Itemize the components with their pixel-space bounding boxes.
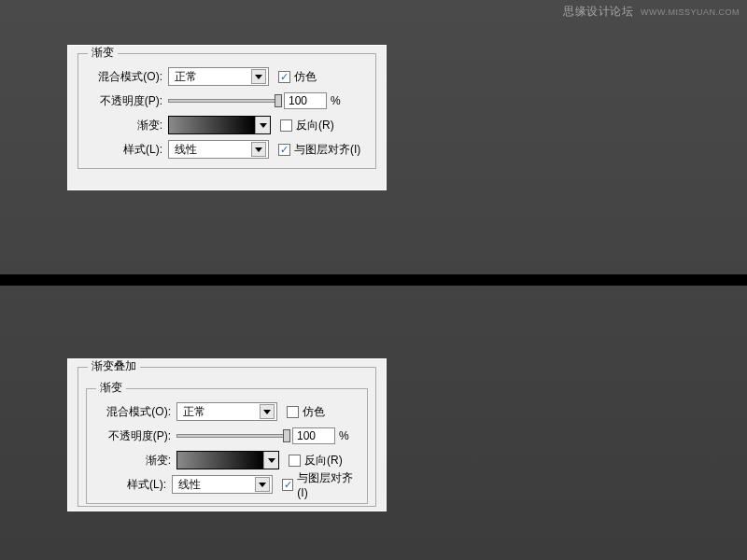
svg-marker-2: [255, 147, 262, 152]
chevron-down-icon: [255, 117, 270, 133]
label-blend-mode: 混合模式(O):: [86, 69, 168, 85]
opacity-input[interactable]: 100: [292, 427, 335, 444]
reverse-checkbox[interactable]: 反向(R): [280, 118, 334, 133]
svg-marker-1: [260, 123, 267, 128]
svg-marker-4: [268, 458, 275, 463]
opacity-unit: %: [331, 94, 341, 107]
blend-mode-dropdown[interactable]: 正常: [176, 402, 277, 421]
row-blend-mode: 混合模式(O): 正常 仿色: [94, 400, 359, 423]
style-dropdown[interactable]: 线性: [168, 140, 269, 159]
slider-track-bar: [168, 99, 278, 103]
svg-marker-0: [255, 75, 262, 79]
gradient-panel-top: 渐变 混合模式(O): 正常 仿色 不透明度(P): 100 % 渐变:: [67, 45, 387, 190]
group-gradient: 渐变 混合模式(O): 正常 仿色 不透明度(P): 100 % 渐变:: [78, 53, 376, 169]
align-label: 与图层对齐(I): [297, 470, 359, 499]
align-checkbox[interactable]: 与图层对齐(I): [278, 142, 360, 158]
gradient-picker[interactable]: [176, 451, 279, 469]
row-opacity: 不透明度(P): 100 %: [94, 425, 359, 447]
label-opacity: 不透明度(P):: [86, 93, 168, 109]
blend-mode-dropdown[interactable]: 正常: [168, 67, 269, 86]
checkbox-icon: [280, 119, 292, 132]
group-gradient-overlay: 渐变叠加 渐变 混合模式(O): 正常 仿色 不透明度(P):: [78, 367, 376, 507]
checkbox-icon: [289, 455, 301, 467]
label-opacity: 不透明度(P):: [94, 428, 176, 444]
chevron-down-icon: [251, 69, 266, 84]
watermark-main: 思缘设计论坛: [563, 5, 633, 18]
row-style: 样式(L): 线性 与图层对齐(I): [86, 138, 368, 161]
opacity-unit: %: [339, 429, 349, 442]
reverse-label: 反向(R): [296, 118, 334, 133]
group-outer-title: 渐变叠加: [88, 359, 140, 372]
row-gradient: 渐变: 反向(R): [94, 449, 359, 471]
gradient-overlay-panel-bottom: 渐变叠加 渐变 混合模式(O): 正常 仿色 不透明度(P):: [67, 358, 387, 511]
dither-checkbox[interactable]: 仿色: [278, 69, 317, 85]
gradient-preview: [169, 117, 255, 133]
blend-mode-value: 正常: [175, 69, 197, 85]
opacity-input[interactable]: 100: [284, 92, 327, 109]
dither-label: 仿色: [303, 404, 325, 420]
opacity-value: 100: [289, 94, 307, 107]
chevron-down-icon: [251, 142, 266, 157]
group-title: 渐变: [96, 381, 126, 394]
slider-thumb[interactable]: [283, 429, 290, 442]
reverse-checkbox[interactable]: 反向(R): [289, 453, 343, 469]
opacity-slider[interactable]: [176, 430, 287, 441]
group-title: 渐变: [88, 46, 118, 59]
opacity-value: 100: [297, 429, 316, 442]
label-gradient: 渐变:: [94, 453, 176, 469]
row-gradient: 渐变: 反向(R): [86, 114, 368, 136]
checkbox-icon: [278, 71, 290, 83]
checkbox-icon: [278, 144, 290, 156]
align-checkbox[interactable]: 与图层对齐(I): [282, 470, 359, 499]
chevron-down-icon: [260, 404, 275, 419]
row-opacity: 不透明度(P): 100 %: [86, 90, 368, 112]
watermark: 思缘设计论坛 WWW.MISSYUAN.COM: [563, 4, 740, 20]
align-label: 与图层对齐(I): [294, 142, 360, 158]
gradient-preview: [177, 452, 263, 469]
svg-marker-3: [263, 410, 271, 414]
chevron-down-icon: [263, 452, 278, 469]
label-blend-mode: 混合模式(O):: [94, 404, 176, 420]
image-divider: [0, 274, 747, 286]
svg-marker-5: [259, 483, 266, 487]
style-dropdown[interactable]: 线性: [172, 475, 273, 494]
watermark-sub: WWW.MISSYUAN.COM: [641, 7, 740, 17]
style-value: 线性: [175, 142, 197, 158]
group-gradient: 渐变 混合模式(O): 正常 仿色 不透明度(P): 100: [86, 388, 368, 504]
dither-checkbox[interactable]: 仿色: [287, 404, 325, 420]
chevron-down-icon: [255, 477, 270, 492]
row-blend-mode: 混合模式(O): 正常 仿色: [86, 65, 368, 88]
blend-mode-value: 正常: [183, 404, 205, 420]
gradient-picker[interactable]: [168, 116, 271, 134]
dither-label: 仿色: [294, 69, 317, 85]
slider-track-bar: [176, 434, 287, 438]
checkbox-icon: [287, 406, 299, 418]
opacity-slider[interactable]: [168, 95, 278, 106]
row-style: 样式(L): 线性 与图层对齐(I): [94, 473, 359, 496]
reverse-label: 反向(R): [304, 453, 343, 469]
label-style: 样式(L):: [94, 477, 172, 493]
label-style: 样式(L):: [86, 142, 168, 158]
checkbox-icon: [282, 479, 293, 491]
style-value: 线性: [178, 477, 201, 493]
label-gradient: 渐变:: [86, 118, 168, 133]
slider-thumb[interactable]: [275, 94, 282, 107]
